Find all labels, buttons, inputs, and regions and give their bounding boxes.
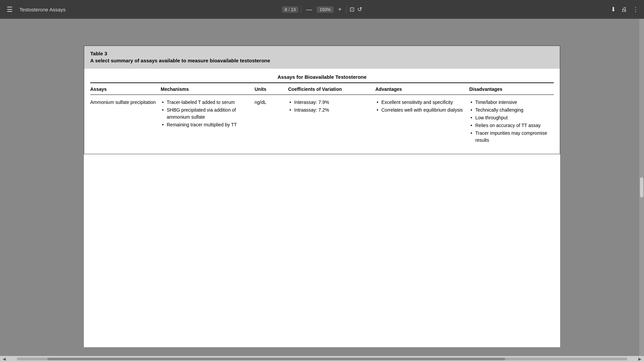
page-navigation: 8 / 13 [282,6,298,13]
column-headers: Assays Mechanisms Units Coefficients of … [90,83,554,95]
mechanism-item: SHBG precipitated via addition of ammoni… [161,107,251,121]
disadvantage-item: Relies on accuracy of TT assay [469,122,559,129]
col-header-mechanisms: Mechanisms [161,86,255,92]
table-header-section: Table 3 A select summary of assays avail… [84,46,560,69]
advantage-item: Excellent sensitivity and specificity [375,99,465,106]
divider-1 [301,5,302,13]
content-area: Table 3 A select summary of assays avail… [0,19,644,356]
mechanism-item: Tracer-labeled T added to serum [161,99,251,106]
coefficients-list: Interassay: 7.9% Intraassay: 7.2% [288,99,371,114]
fit-page-icon[interactable]: ⊡ [350,6,355,13]
menu-icon[interactable]: ☰ [5,4,14,15]
zoom-out-button[interactable]: — [304,5,314,14]
document-title: Testosterone Assays [19,7,66,12]
disadvantage-item: Tracer impurities may compromise results [469,130,559,144]
bottom-scrollbar[interactable]: ◀ ▶ [0,356,644,362]
cell-units: ng/dL [255,99,288,106]
more-options-icon[interactable]: ⋮ [633,6,639,13]
document-page: Table 3 A select summary of assays avail… [84,46,560,347]
table-title: Table 3 [90,51,554,56]
scroll-right-arrow[interactable]: ▶ [638,357,641,361]
toolbar: ☰ Testosterone Assays 8 / 13 — 150% + ⊡ … [0,0,644,19]
table-container: Table 3 A select summary of assays avail… [84,46,560,154]
col-header-coefficients: Coefficients of Variation [288,86,375,92]
col-header-units: Units [255,86,288,92]
rotate-icon[interactable]: ↺ [357,6,362,13]
cell-mechanisms: Tracer-labeled T added to serum SHBG pre… [161,99,255,129]
total-pages: 13 [291,7,296,12]
zoom-in-button[interactable]: + [336,5,344,14]
toolbar-right-controls: ⬇ 🖨 ⋮ [611,6,639,13]
cell-coefficients: Interassay: 7.9% Intraassay: 7.2% [288,99,375,114]
section-header: Assays for Bioavailable Testosterone [90,69,554,83]
zoom-value[interactable]: 150% [317,6,333,13]
scroll-thumb[interactable] [47,358,505,360]
scroll-left-arrow[interactable]: ◀ [3,357,6,361]
coefficient-item: Intraassay: 7.2% [288,107,371,114]
print-icon[interactable]: 🖨 [621,6,627,13]
advantages-list: Excellent sensitivity and specificity Co… [375,99,465,114]
download-icon[interactable]: ⬇ [611,6,616,13]
mechanism-item: Remaining tracer multiplied by TT [161,121,251,128]
table-subtitle: A select summary of assays available to … [90,58,554,63]
disadvantage-item: Low throughput [469,114,559,121]
scroll-track[interactable] [17,358,627,360]
disadvantage-item: Time/labor intensive [469,99,559,106]
right-scrollbar[interactable] [639,19,644,356]
right-scroll-thumb[interactable] [640,177,643,197]
col-header-disadvantages: Disadvantages [469,86,563,92]
coefficient-item: Interassay: 7.9% [288,99,371,106]
table-content: Assays for Bioavailable Testosterone Ass… [84,69,560,154]
toolbar-center-controls: 8 / 13 — 150% + ⊡ ↺ [282,5,362,14]
cell-assay-name: Ammonium sulfate precipitation [90,99,161,106]
col-header-advantages: Advantages [375,86,469,92]
table-row: Ammonium sulfate precipitation Tracer-la… [90,95,554,148]
current-page[interactable]: 8 [284,7,287,12]
cell-advantages: Excellent sensitivity and specificity Co… [375,99,469,114]
page-separator: / [288,7,290,12]
disadvantage-item: Technically challenging [469,107,559,114]
advantage-item: Correlates well with equilibrium dialysi… [375,107,465,114]
cell-disadvantages: Time/labor intensive Technically challen… [469,99,563,144]
mechanisms-list: Tracer-labeled T added to serum SHBG pre… [161,99,251,128]
divider-2 [346,5,347,13]
disadvantages-list: Time/labor intensive Technically challen… [469,99,559,144]
col-header-assays: Assays [90,86,161,92]
